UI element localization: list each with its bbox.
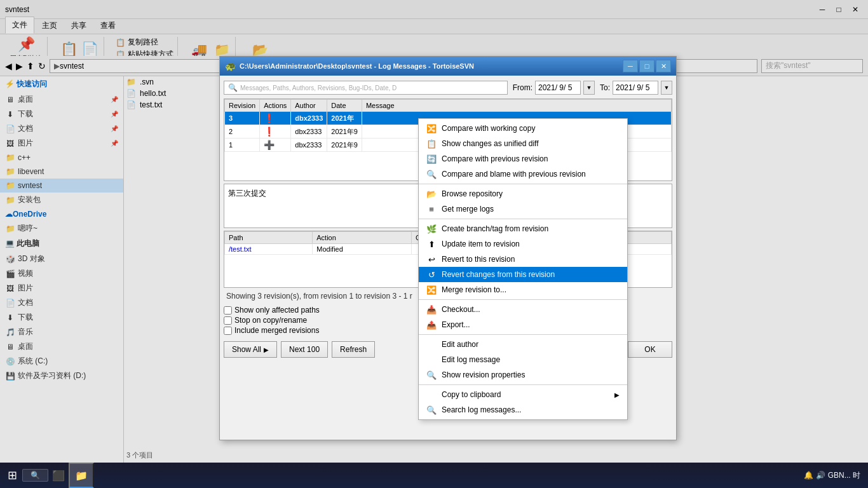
to-date-value: 2021/ 9/ 5	[616, 83, 649, 92]
dialog-title: C:\Users\Administrator\Desktop\svntest -…	[240, 62, 623, 70]
ok-button[interactable]: OK	[628, 341, 672, 358]
ctx-sep-5	[419, 384, 627, 385]
ctx-sep-4	[419, 334, 627, 335]
from-date-picker[interactable]: ▼	[583, 81, 595, 95]
to-date-picker[interactable]: ▼	[661, 81, 672, 95]
merged-checkbox[interactable]	[224, 327, 232, 335]
ctx-props-label: Show revision properties	[442, 370, 525, 379]
ctx-browse-repo[interactable]: 📂 Browse repository	[419, 186, 627, 201]
rev-1-author: dbx2333	[291, 139, 327, 152]
to-date-input[interactable]: 2021/ 9/ 5	[613, 81, 658, 95]
col-author[interactable]: Author	[291, 100, 327, 112]
dialog-close[interactable]: ✕	[656, 60, 671, 72]
start-button[interactable]: ⊞	[3, 468, 22, 482]
col-date[interactable]: Date	[327, 100, 362, 112]
revert-icon: ↩	[426, 254, 437, 264]
ctx-update-item[interactable]: ⬆ Update item to revision	[419, 236, 627, 252]
rev-2-action: ❗	[260, 125, 291, 139]
ctx-merge-to[interactable]: 🔀 Merge revision to...	[419, 282, 627, 297]
ctx-revert-changes[interactable]: ↺ Revert changes from this revision	[419, 267, 627, 282]
next-100-label: Next 100	[289, 345, 320, 354]
status-text: Showing 3 revision(s), from revision 1 t…	[226, 292, 412, 301]
dialog-maximize[interactable]: □	[639, 60, 654, 72]
search-box[interactable]: 🔍 Messages, Paths, Authors, Revisions, B…	[224, 81, 508, 95]
ctx-merge-logs[interactable]: ≡ Get merge logs	[419, 201, 627, 217]
rev-2-date: 2021年9	[327, 125, 362, 139]
search-row: 🔍 Messages, Paths, Authors, Revisions, B…	[224, 79, 672, 96]
ctx-export-label: Export...	[442, 320, 470, 329]
show-all-button[interactable]: Show All ▶	[224, 341, 277, 358]
ctx-revert-revision[interactable]: ↩ Revert to this revision	[419, 252, 627, 267]
path-val: /test.txt	[225, 244, 313, 255]
update-icon: ⬆	[426, 239, 437, 249]
ctx-edit-author[interactable]: Edit author	[419, 337, 627, 352]
rev-1-action: ➕	[260, 139, 291, 152]
blame-icon: 🔍	[426, 169, 437, 179]
ctx-show-props[interactable]: 🔍 Show revision properties	[419, 367, 627, 383]
ctx-compare-blame[interactable]: 🔍 Compare and blame with previous revisi…	[419, 166, 627, 182]
ctx-edit-log-label: Edit log message	[442, 355, 500, 364]
export-icon: 📤	[426, 320, 437, 330]
refresh-button[interactable]: Refresh	[332, 341, 375, 358]
action-modified-icon: ❗	[264, 113, 275, 123]
ctx-edit-log[interactable]: Edit log message	[419, 352, 627, 367]
search-log-icon: 🔍	[426, 405, 437, 415]
path-col-path[interactable]: Path	[225, 232, 313, 244]
path-col-action[interactable]: Action	[313, 232, 412, 244]
merge-logs-icon: ≡	[426, 204, 437, 214]
ctx-checkout-label: Checkout...	[442, 305, 480, 314]
rev-3-action: ❗	[260, 112, 291, 125]
ctx-compare-prev-label: Compare with previous revision	[442, 154, 548, 163]
from-date-input[interactable]: 2021/ 9/ 5	[535, 81, 581, 95]
branch-icon: 🌿	[426, 224, 437, 234]
ctx-sep-1	[419, 184, 627, 184]
search-button[interactable]: 🔍	[22, 469, 48, 482]
dialog-minimize[interactable]: ─	[623, 60, 638, 72]
ctx-revert-changes-label: Revert changes from this revision	[442, 270, 555, 279]
stop-copy-checkbox[interactable]	[224, 316, 232, 325]
context-menu: 🔀 Compare with working copy 📋 Show chang…	[418, 118, 628, 420]
show-unified-icon: 📋	[426, 139, 437, 149]
props-icon: 🔍	[426, 370, 437, 380]
affected-paths-label: Show only affected paths	[234, 306, 320, 315]
compare-prev-icon: 🔄	[426, 154, 437, 164]
ctx-export[interactable]: 📤 Export...	[419, 317, 627, 332]
ctx-show-unified[interactable]: 📋 Show changes as unified diff	[419, 136, 627, 151]
checkout-icon: 📥	[426, 304, 437, 315]
rev-3-author: dbx2333	[291, 112, 327, 125]
next-100-button[interactable]: Next 100	[281, 341, 328, 358]
time-display: GBN... 时	[828, 470, 860, 481]
col-actions[interactable]: Actions	[260, 100, 291, 112]
show-all-label: Show All	[232, 345, 261, 354]
to-label: To:	[600, 83, 610, 92]
ctx-merge-logs-label: Get merge logs	[442, 205, 494, 214]
col-message[interactable]: Message	[362, 100, 671, 112]
ctx-checkout[interactable]: 📥 Checkout...	[419, 302, 627, 317]
ctx-compare-prev[interactable]: 🔄 Compare with previous revision	[419, 151, 627, 166]
ctx-search-log[interactable]: 🔍 Search log messages...	[419, 402, 627, 417]
rev-3-num: 3	[225, 112, 260, 125]
rev-3-date: 2021年	[327, 112, 362, 125]
ctx-blame-label: Compare and blame with previous revision	[442, 170, 586, 179]
col-revision[interactable]: Revision	[225, 100, 260, 112]
ctx-show-unified-label: Show changes as unified diff	[442, 139, 539, 148]
svn-title-icon: 🐢	[225, 61, 236, 71]
affected-paths-checkbox[interactable]	[224, 306, 232, 315]
rev-1-date: 2021年9	[327, 139, 362, 152]
ctx-compare-working[interactable]: 🔀 Compare with working copy	[419, 121, 627, 136]
explorer-taskbar-btn[interactable]: 📁	[69, 463, 94, 488]
clipboard-icon	[426, 390, 437, 400]
rev-2-num: 2	[225, 125, 260, 139]
edit-author-icon	[426, 339, 437, 349]
ctx-copy-clipboard[interactable]: Copy to clipboard ▶	[419, 387, 627, 402]
ctx-create-branch[interactable]: 🌿 Create branch/tag from revision	[419, 221, 627, 236]
from-date-value: 2021/ 9/ 5	[538, 83, 572, 92]
rev-1-num: 1	[225, 139, 260, 152]
from-label: From:	[513, 83, 532, 92]
date-filter-from: From: 2021/ 9/ 5 ▼	[513, 81, 595, 95]
stop-copy-label: Stop on copy/rename	[234, 316, 307, 325]
action-modified2-icon: ❗	[264, 126, 275, 137]
ctx-copy-label: Copy to clipboard	[442, 390, 501, 399]
taskview-button[interactable]: ⬛	[48, 470, 69, 482]
ok-label: OK	[644, 345, 655, 354]
